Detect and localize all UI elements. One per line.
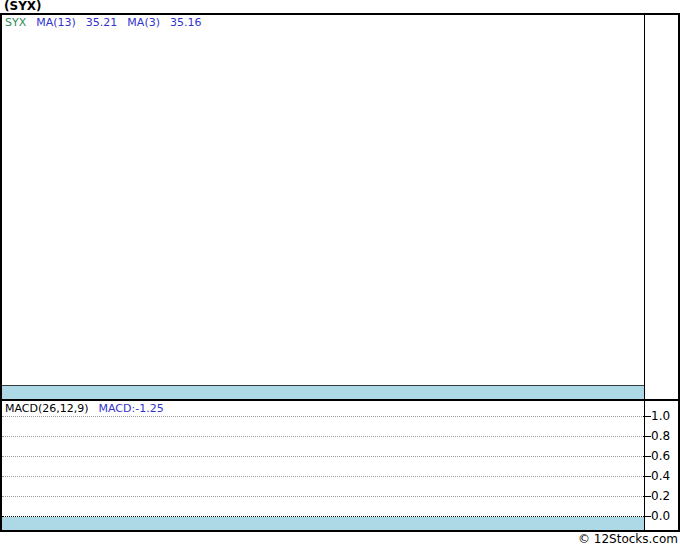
y-tick-label: 0.4 [651,470,679,482]
gridline-1-0 [2,416,644,417]
price-legend: SYXMA(13)35.21MA(3)35.16 [5,17,211,29]
y-tick-label: 1.0 [651,410,679,422]
price-highlight-band [2,385,644,399]
site-credit: © 12Stocks.com [578,533,678,546]
macd-legend: MACD(26,12,9)MACD:-1.25 [5,403,174,415]
y-tick-label: 0.6 [651,450,679,462]
y-tick-label: 0.8 [651,430,679,442]
tick-mark-0-2 [643,496,651,497]
gridline-0-6 [2,456,644,457]
macd-highlight-band [2,517,644,530]
macd-chart-panel: MACD(26,12,9)MACD:-1.25 1.0 0.8 0.6 0.4 … [0,399,680,532]
tick-mark-0-4 [643,476,651,477]
chart-page: (SYX) SYXMA(13)35.21MA(3)35.16 MACD(26,1… [0,0,680,546]
macd-y-axis-line [644,401,645,530]
macd-indicator-label: MACD(26,12,9) [5,402,89,415]
tick-mark-0-6 [643,456,651,457]
price-y-axis-line [644,15,645,399]
ticker-label: SYX [5,16,26,29]
page-title: (SYX) [4,0,42,13]
gridline-0-2 [2,496,644,497]
price-chart-panel: SYXMA(13)35.21MA(3)35.16 [0,13,680,401]
y-tick-label: 0.2 [651,490,679,502]
y-tick-label: 0.0 [651,510,679,522]
gridline-0-4 [2,476,644,477]
ma13-label: MA(13) [36,16,76,29]
ma3-value: 35.16 [170,16,202,29]
gridline-0-8 [2,436,644,437]
ma3-label: MA(3) [127,16,160,29]
tick-mark-0-8 [643,436,651,437]
tick-mark-0-0 [643,516,651,517]
ma13-value: 35.21 [86,16,118,29]
macd-value-label: MACD:-1.25 [99,402,164,415]
tick-mark-1-0 [643,416,651,417]
